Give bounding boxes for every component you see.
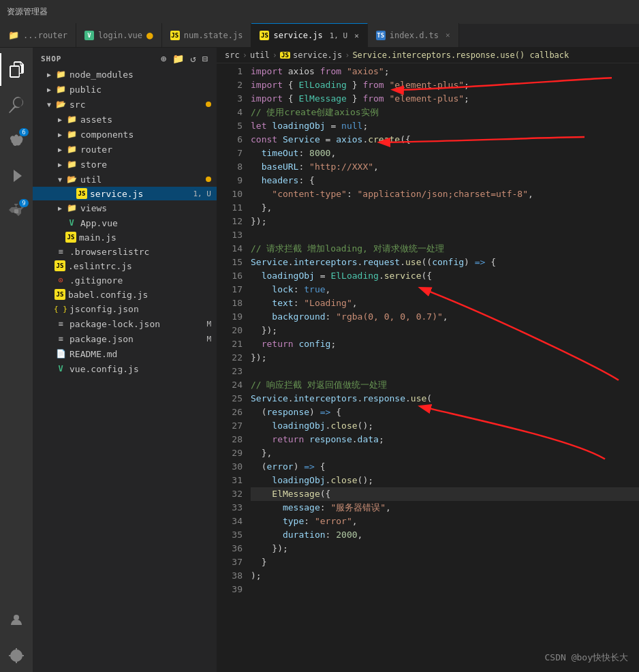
- code-line-18: text: "Loading",: [251, 296, 639, 310]
- tree-item-store[interactable]: ▶ 📁 store: [33, 157, 217, 172]
- item-label: .gitignore: [69, 275, 123, 286]
- item-label: router: [80, 144, 112, 155]
- item-label: App.vue: [80, 218, 118, 228]
- tab-label: service.js: [273, 31, 322, 40]
- tree-item-node-modules[interactable]: ▶ 📁 node_modules: [33, 67, 217, 82]
- code-line-6: const Service = axios.create({: [251, 133, 639, 147]
- code-line-5: let loadingObj = null;: [251, 119, 639, 133]
- tree-item-util[interactable]: ▼ 📂 util: [33, 172, 217, 187]
- close-icon[interactable]: ✕: [354, 31, 359, 40]
- tree-item-browserslistrc[interactable]: ≡ .browserslistrc: [33, 244, 217, 259]
- code-line-22: });: [251, 351, 639, 365]
- code-line-29: },: [251, 446, 639, 460]
- activity-bar: 6 9: [0, 48, 33, 672]
- tree-item-babel[interactable]: JS babel.config.js: [33, 288, 217, 301]
- activity-run[interactable]: [0, 159, 33, 192]
- tree-item-src[interactable]: ▼ 📂 src: [33, 97, 217, 112]
- activity-extensions[interactable]: 9: [0, 195, 33, 228]
- breadcrumb: src › util › JS service.js › Service.int…: [217, 48, 639, 63]
- code-line-8: baseURL: "http://XXX",: [251, 160, 639, 174]
- tree-item-vue-config[interactable]: V vue.config.js: [33, 361, 217, 376]
- close-icon[interactable]: ✕: [446, 31, 450, 40]
- code-line-1: import axios from "axios";: [251, 65, 639, 78]
- code-line-27: loadingObj.close();: [251, 419, 639, 433]
- item-label: package.json: [69, 334, 134, 344]
- code-line-4: // 使用create创建axios实例: [251, 106, 639, 119]
- tab-service[interactable]: JS service.js 1, U ✕: [251, 23, 367, 47]
- code-line-12: });: [251, 215, 639, 228]
- tree-item-router[interactable]: ▶ 📁 router: [33, 142, 217, 157]
- tree-item-assets[interactable]: ▶ 📁 assets: [33, 112, 217, 127]
- refresh-icon[interactable]: ↺: [190, 53, 196, 64]
- code-line-36: });: [251, 542, 639, 555]
- tab-bar: 📁 ...router V login.vue ● JS num.state.j…: [0, 24, 639, 48]
- item-label: .browserslistrc: [69, 247, 149, 257]
- sidebar-header: SHOP ⊕ 📁 ↺ ⊟: [33, 48, 217, 67]
- tree-item-jsconfig[interactable]: { } jsconfig.json: [33, 301, 217, 316]
- tab-label: ...router: [23, 31, 67, 40]
- collapse-icon[interactable]: ⊟: [202, 53, 208, 64]
- title-text: 资源管理器: [7, 6, 48, 18]
- tree-item-public[interactable]: ▶ 📁 public: [33, 82, 217, 97]
- item-label: package-lock.json: [69, 319, 160, 329]
- tab-badge: 1, U: [330, 31, 348, 40]
- extensions-badge: 9: [19, 199, 29, 207]
- item-label: components: [80, 129, 134, 140]
- code-line-35: duration: 2000,: [251, 528, 639, 542]
- code-line-10: "content-type": "application/json;charse…: [251, 187, 639, 201]
- svg-point-1: [14, 615, 19, 620]
- item-label: README.md: [69, 349, 117, 359]
- code-line-39: [251, 583, 639, 596]
- tab-num-state[interactable]: JS num.state.js: [162, 23, 252, 47]
- tree-item-components[interactable]: ▶ 📁 components: [33, 127, 217, 142]
- item-label: babel.config.js: [68, 290, 148, 300]
- code-line-17: lock: true,: [251, 283, 639, 296]
- tab-modified-dot: ●: [146, 30, 153, 41]
- tree-item-readme[interactable]: 📄 README.md: [33, 346, 217, 361]
- item-label: jsconfig.json: [69, 304, 139, 314]
- tree-item-service-js[interactable]: JS service.js 1, U: [33, 187, 217, 200]
- tab-index-d[interactable]: TS index.d.ts ✕: [368, 23, 459, 47]
- tree-item-app-vue[interactable]: V App.vue: [33, 215, 217, 230]
- tree-item-main-js[interactable]: JS main.js: [33, 230, 217, 244]
- source-control-badge: 6: [19, 128, 29, 136]
- code-line-24: // 响应拦截 对返回值做统一处理: [251, 378, 639, 392]
- activity-settings[interactable]: [0, 639, 33, 672]
- code-line-26: (response) => {: [251, 406, 639, 419]
- item-label: .eslintrc.js: [68, 261, 132, 271]
- tree-item-pkg-lock[interactable]: ≡ package-lock.json M: [33, 316, 217, 331]
- code-line-9: headers: {: [251, 174, 639, 187]
- code-line-33: message: "服务器错误",: [251, 501, 639, 515]
- code-line-25: Service.interceptors.response.use(: [251, 392, 639, 406]
- title-bar: 资源管理器: [0, 0, 639, 24]
- breadcrumb-src[interactable]: src: [225, 50, 240, 60]
- breadcrumb-js-icon: JS: [280, 52, 290, 59]
- activity-explorer[interactable]: [0, 53, 33, 86]
- code-line-23: [251, 365, 639, 378]
- code-line-34: type: "error",: [251, 515, 639, 528]
- item-label: assets: [80, 114, 112, 125]
- code-line-30: (error) => {: [251, 460, 639, 474]
- item-label: src: [69, 100, 85, 110]
- tab-vue-icon: V: [84, 31, 94, 40]
- item-label: public: [69, 85, 102, 95]
- code-line-21: return config;: [251, 337, 639, 351]
- tree-item-pkg[interactable]: ≡ package.json M: [33, 331, 217, 346]
- breadcrumb-util[interactable]: util: [250, 50, 270, 60]
- code-line-15: Service.interceptors.request.use((config…: [251, 256, 639, 269]
- new-folder-icon[interactable]: 📁: [172, 53, 185, 64]
- tree-item-gitignore[interactable]: ⊙ .gitignore: [33, 273, 217, 288]
- new-file-icon[interactable]: ⊕: [161, 53, 167, 64]
- breadcrumb-service[interactable]: service.js: [293, 50, 342, 60]
- code-line-11: },: [251, 201, 639, 215]
- tree-item-eslintrc[interactable]: JS .eslintrc.js: [33, 259, 217, 273]
- activity-search[interactable]: [0, 89, 33, 121]
- activity-account[interactable]: [0, 604, 33, 637]
- code-line-20: });: [251, 324, 639, 337]
- code-line-32: ElMessage({: [251, 487, 639, 501]
- tab-router[interactable]: 📁 ...router: [0, 23, 76, 47]
- activity-source-control[interactable]: 6: [0, 124, 33, 157]
- tree-item-views[interactable]: ▶ 📁 views: [33, 200, 217, 215]
- sidebar-header-icons: ⊕ 📁 ↺ ⊟: [161, 53, 208, 64]
- tab-login[interactable]: V login.vue ●: [76, 23, 162, 47]
